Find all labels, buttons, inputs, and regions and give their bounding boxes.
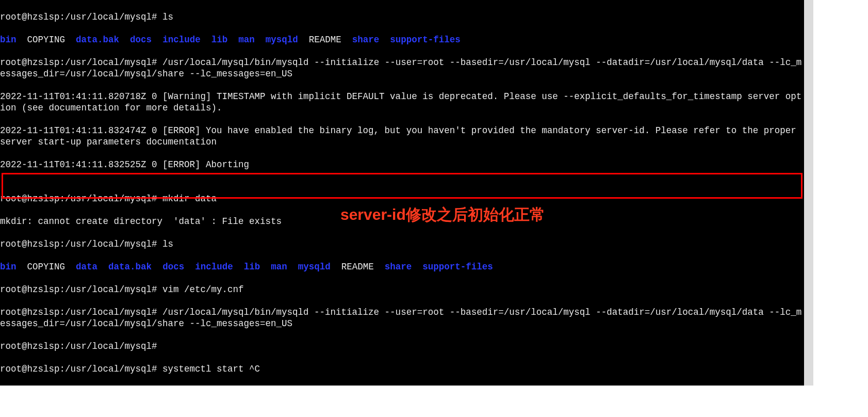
prompt-line: root@hzslsp:/usr/local/mysql# ls [0,238,804,250]
warn-line: 2022-11-11T01:41:11.820718Z 0 [Warning] … [0,91,804,114]
prompt-line: root@hzslsp:/usr/local/mysql# vim /etc/m… [0,284,804,295]
terminal[interactable]: root@hzslsp:/usr/local/mysql# ls bin COP… [0,0,813,386]
scroll-down-icon[interactable]: ▾ [804,376,813,386]
boxed-cmd: root@hzslsp:/usr/local/mysql# /usr/local… [0,307,804,329]
ls-output: bin COPYING data.bak docs include lib ma… [0,34,804,45]
mkdir-error: mkdir: cannot create directory 'data' : … [0,216,804,227]
ls-output: bin COPYING data data.bak docs include l… [0,261,804,272]
prompt-line: root@hzslsp:/usr/local/mysql# /usr/local… [0,57,804,79]
error-line: 2022-11-11T01:41:11.832474Z 0 [ERROR] Yo… [0,125,804,148]
scroll-up-icon[interactable]: ▴ [804,0,813,9]
prompt-line: root@hzslsp:/usr/local/mysql# ls [0,11,804,23]
prompt-line: root@hzslsp:/usr/local/mysql# mkdir data [0,193,804,204]
scrollbar-track[interactable]: ▴ ▾ [804,0,813,386]
error-line: 2022-11-11T01:41:11.832525Z 0 [ERROR] Ab… [0,159,804,170]
prompt-line: root@hzslsp:/usr/local/mysql# [0,341,804,352]
prompt-line: root@hzslsp:/usr/local/mysql# systemctl … [0,363,804,375]
scrollbar-thumb[interactable] [804,188,813,219]
